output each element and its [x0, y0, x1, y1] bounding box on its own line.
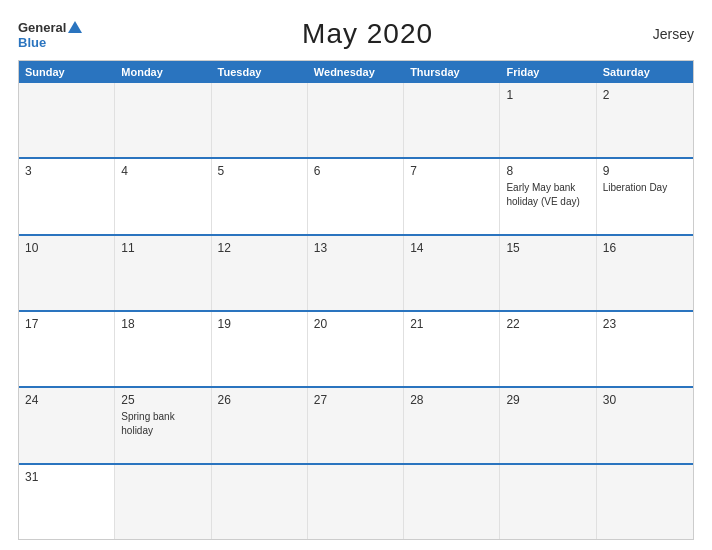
day-number-w1-d0: 3 — [25, 164, 108, 178]
cal-cell-w0-d4 — [404, 83, 500, 157]
day-number-w2-d5: 15 — [506, 241, 589, 255]
day-number-w4-d2: 26 — [218, 393, 301, 407]
cal-cell-w3-d3: 20 — [308, 312, 404, 386]
day-number-w3-d3: 20 — [314, 317, 397, 331]
logo-line1: General — [18, 18, 82, 36]
cal-cell-w1-d1: 4 — [115, 159, 211, 233]
calendar-body: 12345678Early May bank holiday (VE day)9… — [19, 83, 693, 539]
day-number-w4-d5: 29 — [506, 393, 589, 407]
day-number-w0-d5: 1 — [506, 88, 589, 102]
calendar: Sunday Monday Tuesday Wednesday Thursday… — [18, 60, 694, 540]
col-header-sunday: Sunday — [19, 61, 115, 83]
week-row-2: 10111213141516 — [19, 234, 693, 310]
day-number-w2-d3: 13 — [314, 241, 397, 255]
cal-cell-w1-d5: 8Early May bank holiday (VE day) — [500, 159, 596, 233]
day-number-w2-d2: 12 — [218, 241, 301, 255]
day-number-w1-d3: 6 — [314, 164, 397, 178]
cal-cell-w2-d3: 13 — [308, 236, 404, 310]
cal-cell-w2-d2: 12 — [212, 236, 308, 310]
event-text-w1-d5: Early May bank holiday (VE day) — [506, 182, 579, 207]
cal-cell-w1-d3: 6 — [308, 159, 404, 233]
logo-general-text: General — [18, 20, 66, 35]
week-row-5: 31 — [19, 463, 693, 539]
day-number-w2-d1: 11 — [121, 241, 204, 255]
cal-cell-w0-d0 — [19, 83, 115, 157]
cal-cell-w0-d1 — [115, 83, 211, 157]
week-row-4: 2425Spring bank holiday2627282930 — [19, 386, 693, 462]
cal-cell-w1-d4: 7 — [404, 159, 500, 233]
col-header-monday: Monday — [115, 61, 211, 83]
cal-cell-w4-d2: 26 — [212, 388, 308, 462]
region-label: Jersey — [653, 26, 694, 42]
day-number-w3-d4: 21 — [410, 317, 493, 331]
cal-cell-w5-d3 — [308, 465, 404, 539]
cal-cell-w5-d6 — [597, 465, 693, 539]
cal-cell-w3-d1: 18 — [115, 312, 211, 386]
week-row-3: 17181920212223 — [19, 310, 693, 386]
cal-cell-w0-d3 — [308, 83, 404, 157]
day-number-w3-d1: 18 — [121, 317, 204, 331]
day-number-w5-d0: 31 — [25, 470, 108, 484]
day-number-w3-d0: 17 — [25, 317, 108, 331]
cal-cell-w1-d2: 5 — [212, 159, 308, 233]
day-number-w3-d2: 19 — [218, 317, 301, 331]
cal-cell-w1-d6: 9Liberation Day — [597, 159, 693, 233]
day-number-w2-d4: 14 — [410, 241, 493, 255]
calendar-title: May 2020 — [302, 18, 433, 50]
day-number-w1-d5: 8 — [506, 164, 589, 178]
day-number-w1-d4: 7 — [410, 164, 493, 178]
cal-cell-w5-d5 — [500, 465, 596, 539]
cal-cell-w4-d3: 27 — [308, 388, 404, 462]
cal-cell-w4-d0: 24 — [19, 388, 115, 462]
cal-cell-w1-d0: 3 — [19, 159, 115, 233]
day-number-w4-d4: 28 — [410, 393, 493, 407]
cal-cell-w3-d0: 17 — [19, 312, 115, 386]
week-row-1: 345678Early May bank holiday (VE day)9Li… — [19, 157, 693, 233]
day-number-w1-d2: 5 — [218, 164, 301, 178]
page: General Blue May 2020 Jersey Sunday Mond… — [0, 0, 712, 550]
calendar-header-row: Sunday Monday Tuesday Wednesday Thursday… — [19, 61, 693, 83]
col-header-thursday: Thursday — [404, 61, 500, 83]
event-text-w1-d6: Liberation Day — [603, 182, 667, 193]
cal-cell-w5-d4 — [404, 465, 500, 539]
day-number-w3-d6: 23 — [603, 317, 687, 331]
logo: General Blue — [18, 18, 82, 50]
day-number-w2-d0: 10 — [25, 241, 108, 255]
cal-cell-w5-d1 — [115, 465, 211, 539]
day-number-w3-d5: 22 — [506, 317, 589, 331]
header: General Blue May 2020 Jersey — [18, 18, 694, 50]
week-row-0: 12 — [19, 83, 693, 157]
day-number-w4-d1: 25 — [121, 393, 204, 407]
cal-cell-w2-d0: 10 — [19, 236, 115, 310]
col-header-friday: Friday — [500, 61, 596, 83]
col-header-tuesday: Tuesday — [212, 61, 308, 83]
day-number-w1-d1: 4 — [121, 164, 204, 178]
cal-cell-w4-d4: 28 — [404, 388, 500, 462]
event-text-w4-d1: Spring bank holiday — [121, 411, 174, 436]
day-number-w1-d6: 9 — [603, 164, 687, 178]
cal-cell-w3-d5: 22 — [500, 312, 596, 386]
cal-cell-w4-d1: 25Spring bank holiday — [115, 388, 211, 462]
cal-cell-w2-d5: 15 — [500, 236, 596, 310]
cal-cell-w3-d2: 19 — [212, 312, 308, 386]
day-number-w4-d3: 27 — [314, 393, 397, 407]
logo-triangle-icon — [68, 21, 82, 33]
cal-cell-w5-d0: 31 — [19, 465, 115, 539]
cal-cell-w2-d6: 16 — [597, 236, 693, 310]
cal-cell-w4-d6: 30 — [597, 388, 693, 462]
cal-cell-w2-d1: 11 — [115, 236, 211, 310]
cal-cell-w5-d2 — [212, 465, 308, 539]
cal-cell-w0-d2 — [212, 83, 308, 157]
cal-cell-w0-d6: 2 — [597, 83, 693, 157]
day-number-w4-d6: 30 — [603, 393, 687, 407]
cal-cell-w3-d4: 21 — [404, 312, 500, 386]
day-number-w0-d6: 2 — [603, 88, 687, 102]
cal-cell-w3-d6: 23 — [597, 312, 693, 386]
day-number-w2-d6: 16 — [603, 241, 687, 255]
cal-cell-w4-d5: 29 — [500, 388, 596, 462]
cal-cell-w2-d4: 14 — [404, 236, 500, 310]
col-header-saturday: Saturday — [597, 61, 693, 83]
cal-cell-w0-d5: 1 — [500, 83, 596, 157]
logo-blue-text: Blue — [18, 36, 82, 50]
day-number-w4-d0: 24 — [25, 393, 108, 407]
